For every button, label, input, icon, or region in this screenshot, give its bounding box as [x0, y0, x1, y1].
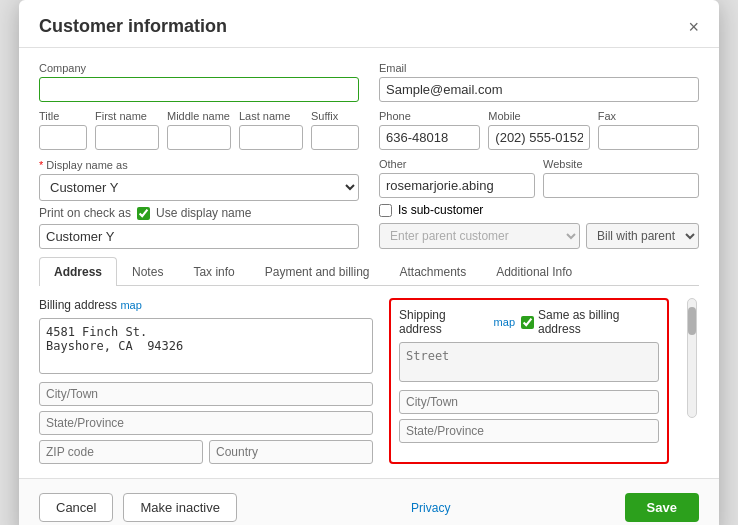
company-group: Company [39, 62, 359, 102]
use-display-label: Use display name [156, 206, 251, 220]
display-name-label: * Display name as [39, 159, 359, 171]
billing-state-input[interactable] [39, 411, 373, 435]
suffix-input[interactable] [311, 125, 359, 150]
dialog-footer: Cancel Make inactive Privacy Save [19, 478, 719, 525]
fax-label: Fax [598, 110, 699, 122]
middlename-group: Middle name [167, 110, 231, 150]
phone-fields: Phone Mobile Fax [379, 110, 699, 150]
print-input[interactable] [39, 224, 359, 249]
sub-customer-checkbox[interactable] [379, 204, 392, 217]
title-group: Title [39, 110, 87, 150]
name-fields: Title First name Middle name Last name [39, 110, 359, 150]
same-as-billing-label: Same as billing address [538, 308, 659, 336]
tab-address[interactable]: Address [39, 257, 117, 286]
billing-addr-fields [39, 382, 373, 464]
save-button[interactable]: Save [625, 493, 699, 522]
shipping-addr-fields [399, 390, 659, 443]
tab-tax-info[interactable]: Tax info [178, 257, 249, 286]
mobile-label: Mobile [488, 110, 589, 122]
display-name-group: * Display name as Customer Y [39, 159, 359, 201]
scrollbar-track[interactable] [687, 298, 697, 418]
dialog-header: Customer information × [19, 0, 719, 48]
other-website-section: Other Website Is sub-customer Enter pare… [379, 158, 699, 249]
scrollbar-thumb[interactable] [688, 307, 696, 335]
customer-information-dialog: Customer information × Company Email Tit… [19, 0, 719, 525]
title-input[interactable] [39, 125, 87, 150]
tabs-bar: Address Notes Tax info Payment and billi… [39, 257, 699, 286]
shipping-state-input[interactable] [399, 419, 659, 443]
lastname-input[interactable] [239, 125, 303, 150]
website-label: Website [543, 158, 699, 170]
shipping-address-header: Shipping address map Same as billing add… [399, 308, 659, 336]
privacy-link[interactable]: Privacy [411, 501, 450, 515]
billing-country-input[interactable] [209, 440, 373, 464]
cancel-button[interactable]: Cancel [39, 493, 113, 522]
middlename-label: Middle name [167, 110, 231, 122]
tab-content-address: Billing address map 4581 Finch St. Baysh… [39, 286, 699, 464]
email-label: Email [379, 62, 699, 74]
other-group: Other [379, 158, 535, 198]
shipping-street-textarea[interactable] [399, 342, 659, 382]
lastname-label: Last name [239, 110, 303, 122]
suffix-group: Suffix [311, 110, 359, 150]
firstname-label: First name [95, 110, 159, 122]
tab-notes[interactable]: Notes [117, 257, 178, 286]
same-as-billing-group: Same as billing address [521, 308, 659, 336]
bill-with-parent-select[interactable]: Bill with parent [586, 223, 699, 249]
billing-address-col: Billing address map 4581 Finch St. Baysh… [39, 298, 373, 464]
email-group: Email [379, 62, 699, 102]
same-as-billing-checkbox[interactable] [521, 316, 534, 329]
shipping-map-link[interactable]: map [494, 316, 515, 328]
firstname-input[interactable] [95, 125, 159, 150]
dialog-title: Customer information [39, 16, 227, 37]
middlename-input[interactable] [167, 125, 231, 150]
print-label: Print on check as [39, 206, 131, 220]
phone-input[interactable] [379, 125, 480, 150]
fax-group: Fax [598, 110, 699, 150]
fax-input[interactable] [598, 125, 699, 150]
scrollbar-col [685, 298, 699, 464]
billing-zip-input[interactable] [39, 440, 203, 464]
shipping-address-col: Shipping address map Same as billing add… [389, 298, 669, 464]
billing-address-label: Billing address map [39, 298, 373, 312]
display-name-select[interactable]: Customer Y [39, 174, 359, 201]
suffix-label: Suffix [311, 110, 359, 122]
billing-address-textarea[interactable]: 4581 Finch St. Bayshore, CA 94326 [39, 318, 373, 374]
tab-additional-info[interactable]: Additional Info [481, 257, 587, 286]
phone-label: Phone [379, 110, 480, 122]
tab-attachments[interactable]: Attachments [384, 257, 481, 286]
other-label: Other [379, 158, 535, 170]
company-input[interactable] [39, 77, 359, 102]
footer-left: Cancel Make inactive [39, 493, 237, 522]
mobile-group: Mobile [488, 110, 589, 150]
display-name-section: * Display name as Customer Y Print on ch… [39, 159, 359, 249]
lastname-group: Last name [239, 110, 303, 150]
website-group: Website [543, 158, 699, 198]
parent-customer-select[interactable]: Enter parent customer [379, 223, 580, 249]
tab-payment-billing[interactable]: Payment and billing [250, 257, 385, 286]
shipping-city-input[interactable] [399, 390, 659, 414]
make-inactive-button[interactable]: Make inactive [123, 493, 236, 522]
use-display-checkbox[interactable] [137, 207, 150, 220]
mobile-input[interactable] [488, 125, 589, 150]
other-input[interactable] [379, 173, 535, 198]
close-button[interactable]: × [688, 18, 699, 36]
firstname-group: First name [95, 110, 159, 150]
website-input[interactable] [543, 173, 699, 198]
sub-customer-row: Is sub-customer [379, 203, 699, 217]
shipping-address-label: Shipping address [399, 308, 488, 336]
email-input[interactable] [379, 77, 699, 102]
title-label: Title [39, 110, 87, 122]
billing-map-link[interactable]: map [120, 299, 141, 311]
sub-customer-label: Is sub-customer [398, 203, 483, 217]
dialog-body: Company Email Title First name [19, 48, 719, 478]
company-label: Company [39, 62, 359, 74]
billing-city-input[interactable] [39, 382, 373, 406]
phone-group: Phone [379, 110, 480, 150]
print-row: Print on check as Use display name [39, 206, 359, 220]
parent-row: Enter parent customer Bill with parent [379, 223, 699, 249]
